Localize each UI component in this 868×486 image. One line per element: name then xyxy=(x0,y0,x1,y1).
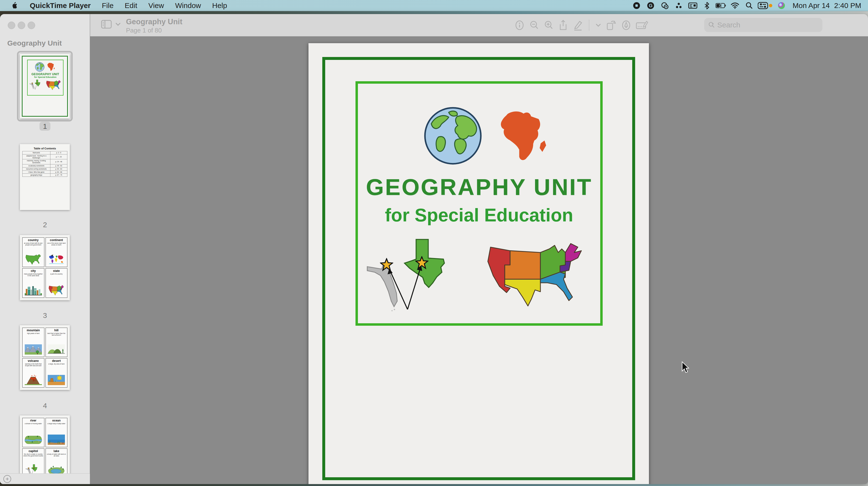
menu-file[interactable]: File xyxy=(96,0,119,11)
table-row: geography bingop. 67 - 75 xyxy=(23,174,67,177)
mini-cover-subtitle: for Special Education xyxy=(34,76,57,78)
table-row: vocabulary worksheetsp. 49 - 53 xyxy=(23,164,67,167)
sidebar-bottom-bar: + xyxy=(0,474,90,484)
globe-icon xyxy=(35,62,44,72)
search-input[interactable] xyxy=(717,21,818,29)
mini-cover-title: GEOGRAPHY UNIT xyxy=(31,73,59,76)
menu-edit[interactable]: Edit xyxy=(119,0,143,11)
svg-text:G: G xyxy=(649,3,653,8)
flashcard-ocean: oceana large body of salty water xyxy=(45,418,68,447)
page-number-2: 2 xyxy=(0,221,90,229)
document-page-1: GEOGRAPHY UNIT for Special Education xyxy=(308,43,649,484)
cover-inner-border: GEOGRAPHY UNIT for Special Education xyxy=(355,81,603,326)
thumbnail-page-3[interactable]: countryan area of land with its own peop… xyxy=(20,235,70,300)
flashcard-mountain: mountainhigh peaks of land xyxy=(22,327,44,357)
thumbnail-list[interactable]: GEOGRAPHY UNIT for Special Education 1 T… xyxy=(0,48,90,474)
grammarly-icon[interactable]: G xyxy=(645,0,656,11)
us-regions-map-icon xyxy=(45,80,62,90)
wifi-icon[interactable] xyxy=(730,0,740,11)
people-icon[interactable] xyxy=(659,0,670,11)
flashcard-country: countryan area of land with its own peop… xyxy=(22,237,44,267)
keyboard-icon[interactable] xyxy=(687,0,698,11)
page-number-4: 4 xyxy=(0,402,90,410)
thumbnail-page-1[interactable]: GEOGRAPHY UNIT for Special Education xyxy=(20,54,70,119)
chevron-down-icon[interactable] xyxy=(595,20,601,31)
bluetooth-icon[interactable] xyxy=(702,0,712,11)
thumbnail-page-5[interactable]: rivera stream of moving water oceana lar… xyxy=(20,416,70,474)
city-skyline-icon xyxy=(25,284,42,296)
page-number-1: 1 xyxy=(0,122,90,131)
zoom-out-icon[interactable] xyxy=(529,20,539,31)
menu-window[interactable]: Window xyxy=(169,0,207,11)
share-icon[interactable] xyxy=(558,20,568,31)
flashcard-hill: hillland that is higher than the land ar… xyxy=(45,327,68,357)
menu-time: 2:40 PM xyxy=(834,1,861,10)
flashcard-continent: continentone of the seven main land area… xyxy=(45,237,68,267)
menu-clock[interactable]: Mon Apr 14 2:40 PM xyxy=(790,1,861,10)
battery-charging-icon[interactable] xyxy=(716,0,726,11)
mini-cover-border: GEOGRAPHY UNIT for Special Education xyxy=(22,56,68,117)
thumbnail-sidebar: Geography Unit GEOGRAPHY UNIT for Specia… xyxy=(0,14,90,484)
green-us-map-icon xyxy=(25,253,42,265)
mountain-icon xyxy=(25,343,42,355)
menu-view[interactable]: View xyxy=(143,0,169,11)
siri-icon[interactable] xyxy=(776,0,787,11)
flashcard-city: citymany people living together in the s… xyxy=(22,268,44,298)
window-page-indicator: Page 1 of 80 xyxy=(126,27,183,34)
search-icon xyxy=(708,21,715,29)
table-row: adapted book - Hunting for a Hamburgerp.… xyxy=(23,154,67,159)
markup-pencil-icon[interactable] xyxy=(572,20,583,31)
toc-title: Table of Contents xyxy=(22,147,67,150)
minimize-button[interactable] xyxy=(18,22,25,29)
flashcard-capitol: capitolthe city in a state or country wh… xyxy=(22,449,44,474)
preview-window: Geography Unit Page 1 of 80 Geography xyxy=(0,14,868,484)
close-button[interactable] xyxy=(8,22,15,29)
window-title: Geography Unit xyxy=(126,18,183,26)
add-page-button[interactable]: + xyxy=(3,475,11,483)
table-row: flashcardsp. 3 - 6 xyxy=(23,151,67,154)
sidebar-document-title: Geography Unit xyxy=(7,39,62,47)
thumbnail-page-2[interactable]: Table of Contents flashcardsp. 3 - 6 ada… xyxy=(20,144,70,210)
flashcard-state: statea part of a country xyxy=(45,268,68,298)
apple-menu[interactable] xyxy=(7,0,24,11)
africa-icon xyxy=(46,63,56,71)
menu-help[interactable]: Help xyxy=(207,0,232,11)
spotlight-icon[interactable] xyxy=(744,0,754,11)
desert-icon xyxy=(48,374,65,386)
florida-texas-illustration xyxy=(365,238,471,319)
hill-icon xyxy=(48,343,65,355)
window-toolbar: Geography Unit Page 1 of 80 xyxy=(90,14,868,36)
flashcard-lake: lakea body of water with land on all sid… xyxy=(45,449,68,474)
chevron-down-icon[interactable] xyxy=(115,23,121,26)
toc-table: flashcardsp. 3 - 6 adapted book - Huntin… xyxy=(22,151,67,177)
record-stop-icon[interactable] xyxy=(631,0,642,11)
zoom-in-icon[interactable] xyxy=(543,20,554,31)
search-field[interactable] xyxy=(704,18,823,32)
page-number-3: 3 xyxy=(0,311,90,320)
cover-subtitle: for Special Education xyxy=(358,204,600,226)
menu-app-name[interactable]: QuickTime Player xyxy=(24,0,96,11)
document-view[interactable]: GEOGRAPHY UNIT for Special Education xyxy=(90,36,868,484)
menu-bar: QuickTime Player File Edit View Window H… xyxy=(0,0,868,11)
table-row: I Have, Who Has gamep. 64 - 66 xyxy=(23,171,67,174)
thumbnail-page-4[interactable]: mountainhigh peaks of land hillland that… xyxy=(20,325,70,390)
dots-icon[interactable] xyxy=(674,0,684,11)
florida-texas-icon xyxy=(25,464,42,474)
rotate-icon[interactable] xyxy=(605,20,617,31)
fill-sign-icon[interactable] xyxy=(636,20,648,31)
ocean-icon xyxy=(48,434,65,446)
globe-illustration xyxy=(422,106,484,166)
table-row: matching, tracing, & writing worksheetsp… xyxy=(23,159,67,165)
control-center-icon[interactable] xyxy=(758,0,773,11)
world-map-icon xyxy=(48,253,65,265)
sidebar-toggle-icon[interactable] xyxy=(101,20,112,29)
info-icon[interactable] xyxy=(514,20,525,31)
menu-date: Mon Apr 14 xyxy=(793,1,830,10)
us-states-map-icon xyxy=(48,284,65,296)
pen-nib-icon[interactable] xyxy=(621,20,631,31)
cover-title: GEOGRAPHY UNIT xyxy=(358,174,600,200)
zoom-button[interactable] xyxy=(28,22,35,29)
river-icon xyxy=(25,434,42,446)
table-row: real photo sorting worksheetsp. 54 - 63 xyxy=(23,167,67,171)
africa-illustration xyxy=(491,110,554,164)
